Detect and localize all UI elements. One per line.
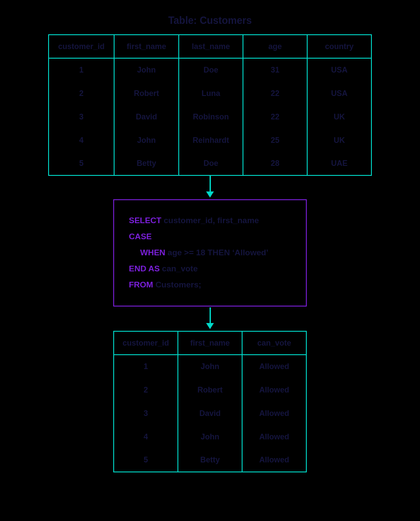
td: USA xyxy=(307,82,371,105)
table-row: 2RobertLuna22USA xyxy=(49,82,371,105)
td: 4 xyxy=(49,129,114,152)
result-table: customer_id first_name can_vote 1JohnAll… xyxy=(113,331,307,472)
td: Luna xyxy=(179,82,243,105)
td: Robinson xyxy=(179,105,243,129)
source-table: customer_id first_name last_name age cou… xyxy=(48,34,372,176)
table-row: 1JohnAllowed xyxy=(114,355,306,378)
th: last_name xyxy=(179,35,243,58)
td: John xyxy=(178,355,242,378)
td: 2 xyxy=(49,82,114,105)
td: UK xyxy=(307,129,371,152)
td: 22 xyxy=(243,105,307,129)
sql-keyword: CASE xyxy=(129,232,152,241)
table-row: 4JohnAllowed xyxy=(114,425,306,448)
td: UK xyxy=(307,105,371,129)
td: 22 xyxy=(243,82,307,105)
td: USA xyxy=(307,58,371,82)
th: customer_id xyxy=(49,35,114,58)
th: can_vote xyxy=(242,331,306,355)
sql-line: SELECT customer_id, first_name xyxy=(129,212,292,228)
sql-keyword: WHEN xyxy=(140,248,165,257)
td: 1 xyxy=(49,58,114,82)
sql-keyword: FROM xyxy=(129,280,153,289)
td: 3 xyxy=(49,105,114,129)
sql-keyword: END AS xyxy=(129,264,160,273)
td: John xyxy=(114,58,179,82)
td: Allowed xyxy=(242,378,306,402)
sql-line: FROM Customers; xyxy=(129,277,292,293)
td: John xyxy=(114,129,179,152)
td: 28 xyxy=(243,152,307,175)
td: Allowed xyxy=(242,402,306,425)
result-header-row: customer_id first_name can_vote xyxy=(114,331,306,355)
td: David xyxy=(114,105,179,129)
sql-text: Customers; xyxy=(153,280,201,289)
td: Doe xyxy=(179,152,243,175)
td: Robert xyxy=(114,82,179,105)
th: customer_id xyxy=(114,331,178,355)
arrow-down-icon xyxy=(210,176,211,197)
td: UAE xyxy=(307,152,371,175)
td: 25 xyxy=(243,129,307,152)
td: Allowed xyxy=(242,425,306,448)
sql-code-box: SELECT customer_id, first_name CASE WHEN… xyxy=(113,199,307,307)
td: Allowed xyxy=(242,355,306,378)
table-row: 1JohnDoe31USA xyxy=(49,58,371,82)
sql-line: END AS can_vote xyxy=(129,260,292,277)
sql-line: CASE xyxy=(129,228,292,244)
sql-text: can_vote xyxy=(160,264,198,273)
td: John xyxy=(178,425,242,448)
td: 2 xyxy=(114,378,178,402)
td: 4 xyxy=(114,425,178,448)
sql-keyword: SELECT xyxy=(129,216,161,225)
table-row: 5BettyAllowed xyxy=(114,448,306,472)
table-row: 3DavidAllowed xyxy=(114,402,306,425)
sql-text: customer_id, first_name xyxy=(161,216,259,225)
td: 3 xyxy=(114,402,178,425)
table-row: 5BettyDoe28UAE xyxy=(49,152,371,175)
arrow-down-icon xyxy=(210,307,211,328)
td: 5 xyxy=(114,448,178,472)
table-row: 2RobertAllowed xyxy=(114,378,306,402)
td: Allowed xyxy=(242,448,306,472)
table-row: 3DavidRobinson22UK xyxy=(49,105,371,129)
th: first_name xyxy=(114,35,179,58)
th: age xyxy=(243,35,307,58)
td: Doe xyxy=(179,58,243,82)
td: 5 xyxy=(49,152,114,175)
td: Robert xyxy=(178,378,242,402)
td: Betty xyxy=(178,448,242,472)
th: country xyxy=(307,35,371,58)
sql-line: WHEN age >= 18 THEN ‘Allowed’ xyxy=(129,244,292,260)
diagram-title: Table: Customers xyxy=(168,15,252,26)
td: Reinhardt xyxy=(179,129,243,152)
source-header-row: customer_id first_name last_name age cou… xyxy=(49,35,371,58)
sql-text: age >= 18 THEN ‘Allowed’ xyxy=(165,248,269,257)
td: 1 xyxy=(114,355,178,378)
th: first_name xyxy=(178,331,242,355)
td: 31 xyxy=(243,58,307,82)
table-row: 4JohnReinhardt25UK xyxy=(49,129,371,152)
td: David xyxy=(178,402,242,425)
td: Betty xyxy=(114,152,179,175)
